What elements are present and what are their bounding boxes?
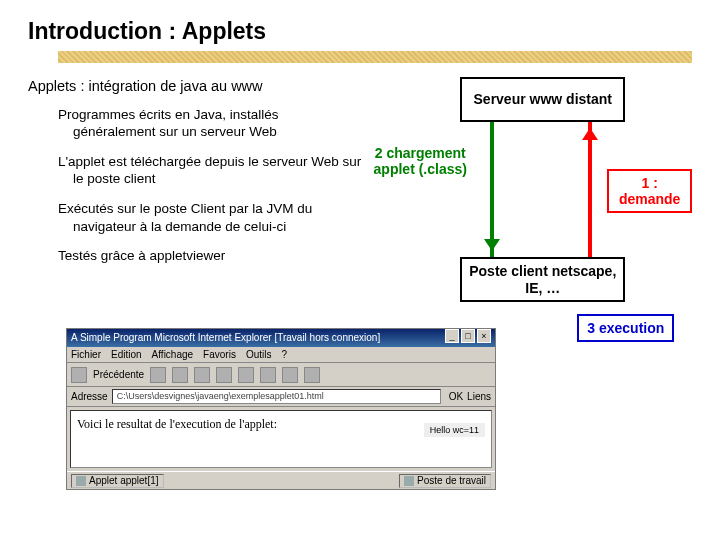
browser-viewport: Voici le resultat de l'execution de l'ap… — [70, 410, 492, 468]
menu-help[interactable]: ? — [281, 347, 287, 362]
arrow-download — [490, 122, 494, 257]
label-demande: 1 : demande — [607, 169, 692, 213]
browser-addressbar: Adresse C:\Users\desvignes\javaeng\exemp… — [67, 387, 495, 407]
search-icon[interactable] — [238, 367, 254, 383]
server-box: Serveur www distant — [460, 77, 625, 122]
history-icon[interactable] — [304, 367, 320, 383]
go-label[interactable]: OK — [449, 391, 463, 402]
media-icon[interactable] — [282, 367, 298, 383]
forward-icon[interactable] — [150, 367, 166, 383]
subtitle: Applets : intégration de java au www — [28, 77, 362, 96]
favorites-icon[interactable] — [260, 367, 276, 383]
computer-icon — [404, 476, 414, 486]
label-exec: 3 execution — [577, 314, 674, 342]
menu-view[interactable]: Affichage — [152, 347, 194, 362]
label-load: 2 chargement applet (.class) — [370, 145, 470, 177]
page-text: Voici le resultat de l'execution de l'ap… — [77, 417, 277, 432]
browser-window: A Simple Program Microsoft Internet Expl… — [66, 328, 496, 490]
address-field[interactable]: C:\Users\desvignes\javaeng\exemplesapple… — [112, 389, 441, 404]
applet-icon — [76, 476, 86, 486]
applet-output: Hello wc=11 — [424, 423, 485, 437]
title-underline — [58, 51, 692, 63]
client-box: Poste client netscape, IE, … — [460, 257, 625, 302]
bullet-4: Testés grâce à appletviewer — [58, 247, 362, 265]
links-label[interactable]: Liens — [467, 391, 491, 402]
browser-title: A Simple Program Microsoft Internet Expl… — [71, 329, 380, 347]
browser-titlebar: A Simple Program Microsoft Internet Expl… — [67, 329, 495, 347]
maximize-icon[interactable]: □ — [461, 329, 475, 343]
back-icon[interactable] — [71, 367, 87, 383]
bullet-3: Exécutés sur le poste Client par la JVM … — [58, 200, 362, 235]
arrow-request — [588, 122, 592, 257]
browser-statusbar: Applet applet[1] Poste de travail — [67, 471, 495, 489]
browser-toolbar: Précédente — [67, 363, 495, 387]
menu-edit[interactable]: Edition — [111, 347, 142, 362]
page-title: Introduction : Applets — [28, 18, 692, 45]
browser-menu[interactable]: Fichier Edition Affichage Favoris Outils… — [67, 347, 495, 363]
stop-icon[interactable] — [172, 367, 188, 383]
status-left: Applet applet[1] — [89, 475, 159, 486]
bullet-1: Programmes écrits en Java, installés gén… — [58, 106, 362, 141]
bullet-2: L'applet est téléchargée depuis le serve… — [58, 153, 362, 188]
home-icon[interactable] — [216, 367, 232, 383]
back-label[interactable]: Précédente — [93, 369, 144, 380]
menu-favorites[interactable]: Favoris — [203, 347, 236, 362]
menu-file[interactable]: Fichier — [71, 347, 101, 362]
diagram: Serveur www distant 2 chargement applet … — [372, 77, 692, 307]
status-right: Poste de travail — [417, 475, 486, 486]
menu-tools[interactable]: Outils — [246, 347, 272, 362]
refresh-icon[interactable] — [194, 367, 210, 383]
minimize-icon[interactable]: _ — [445, 329, 459, 343]
address-label: Adresse — [71, 391, 108, 402]
close-icon[interactable]: × — [477, 329, 491, 343]
text-column: Applets : intégration de java au www Pro… — [28, 77, 362, 307]
